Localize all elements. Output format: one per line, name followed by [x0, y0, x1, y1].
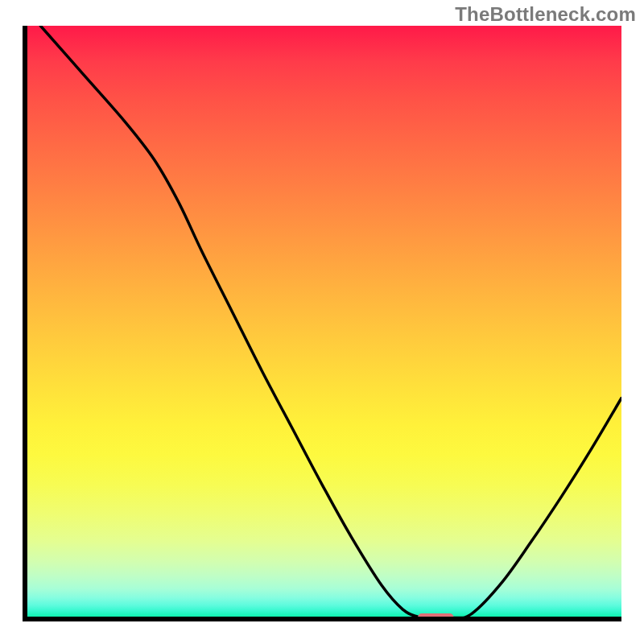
attribution-watermark: TheBottleneck.com	[455, 3, 636, 26]
plot-area	[23, 26, 621, 621]
bottleneck-curve	[40, 26, 621, 618]
axis-frame	[25, 26, 621, 619]
chart-frame: TheBottleneck.com	[0, 0, 644, 644]
plot-svg	[23, 26, 621, 621]
